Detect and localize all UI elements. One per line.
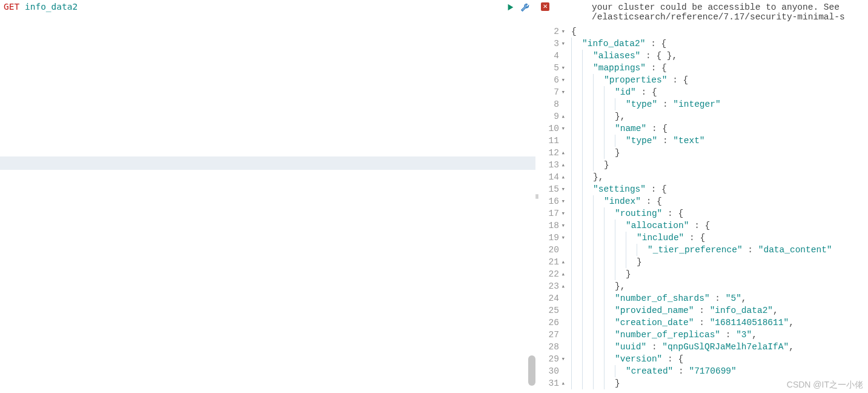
code-line: "properties" : {	[569, 74, 868, 86]
code-line: "allocation" : {	[569, 220, 868, 232]
line-number: 25	[538, 304, 569, 317]
code-line: "include" : {	[569, 232, 868, 244]
code-line: },	[569, 110, 868, 123]
line-number: 20	[538, 244, 569, 256]
request-line[interactable]: GET info_data2	[0, 0, 535, 13]
code-line: },	[569, 280, 868, 292]
code-line: "name" : {	[569, 123, 868, 135]
line-number: 2▾	[538, 25, 569, 38]
code-line: "number_of_shards" : "5",	[569, 292, 868, 304]
code-line: "provided_name" : "info_data2",	[569, 304, 868, 317]
line-number: 18▾	[538, 220, 569, 232]
code-line: "version" : {	[569, 353, 868, 365]
code-line: "creation_date" : "1681140518611",	[569, 317, 868, 329]
line-number: 30	[538, 365, 569, 377]
line-number: 22▴	[538, 268, 569, 280]
error-badge-icon: ✕	[541, 2, 549, 11]
code-line: "_tier_preference" : "data_content"	[569, 244, 868, 256]
line-number: 13▴	[538, 159, 569, 171]
line-number: 7▾	[538, 86, 569, 98]
warning-banner: your cluster could be accessible to anyo…	[592, 2, 845, 22]
code-line: "id" : {	[569, 86, 868, 98]
line-number: 28	[538, 341, 569, 353]
code-line: "routing" : {	[569, 207, 868, 220]
code-line: "info_data2" : {	[569, 38, 868, 50]
wrench-icon[interactable]	[520, 2, 531, 13]
code-line: "type" : "integer"	[569, 98, 868, 110]
run-icon[interactable]	[505, 2, 516, 13]
code-line: },	[569, 171, 868, 183]
code-line: "mappings" : {	[569, 62, 868, 74]
line-number: 17▾	[538, 207, 569, 220]
line-number: 16▾	[538, 195, 569, 207]
watermark-text: CSDN @IT之一小佬	[787, 380, 863, 391]
line-number: 19▾	[538, 232, 569, 244]
request-target: info_data2	[25, 2, 78, 12]
code-line: }	[569, 147, 868, 159]
code-line: "type" : "text"	[569, 135, 868, 147]
code-line: }	[569, 159, 868, 171]
warning-line-2: /elasticsearch/reference/7.17/security-m…	[592, 12, 845, 22]
left-scrollbar-thumb[interactable]	[528, 355, 535, 386]
line-number: 5▾	[538, 62, 569, 74]
line-number: 24	[538, 292, 569, 304]
svg-rect-0	[536, 194, 537, 199]
line-number: 31▴	[538, 377, 569, 389]
warning-line-1: your cluster could be accessible to anyo…	[592, 2, 845, 12]
code-line: }	[569, 268, 868, 280]
code-line: "number_of_replicas" : "3",	[569, 329, 868, 341]
line-number: 21▴	[538, 256, 569, 268]
code-line: "uuid" : "qnpGuSlQRJaMelh7elaIfA",	[569, 341, 868, 353]
line-number: 14▴	[538, 171, 569, 183]
request-editor-pane[interactable]: GET info_data2	[0, 0, 535, 393]
code-line: "index" : {	[569, 195, 868, 207]
line-number: 23▴	[538, 280, 569, 292]
code-line: "created" : "7170699"	[569, 365, 868, 377]
response-json-viewer[interactable]: {"info_data2" : {"aliases" : { },"mappin…	[569, 24, 868, 393]
line-number: 27	[538, 329, 569, 341]
code-line: {	[569, 25, 868, 38]
http-method: GET	[4, 2, 19, 12]
line-number: 12▴	[538, 147, 569, 159]
response-pane[interactable]: ✕ your cluster could be accessible to an…	[538, 0, 868, 393]
line-number: 3▾	[538, 38, 569, 50]
code-line: }	[569, 256, 868, 268]
line-number: 26	[538, 317, 569, 329]
line-number: 6▾	[538, 74, 569, 86]
line-number: 10▾	[538, 123, 569, 135]
line-number: 15▾	[538, 183, 569, 195]
editor-empty-line-highlight	[0, 156, 535, 170]
line-number: 11	[538, 135, 569, 147]
line-number-gutter: 2▾3▾4 5▾6▾7▾8 9▴10▾11 12▴13▴14▴15▾16▾17▾…	[538, 24, 569, 393]
line-number: 29▾	[538, 353, 569, 365]
line-number: 8	[538, 98, 569, 110]
code-line: "aliases" : { },	[569, 50, 868, 62]
line-number: 4	[538, 50, 569, 62]
line-number: 9▴	[538, 110, 569, 123]
code-line: "settings" : {	[569, 183, 868, 195]
